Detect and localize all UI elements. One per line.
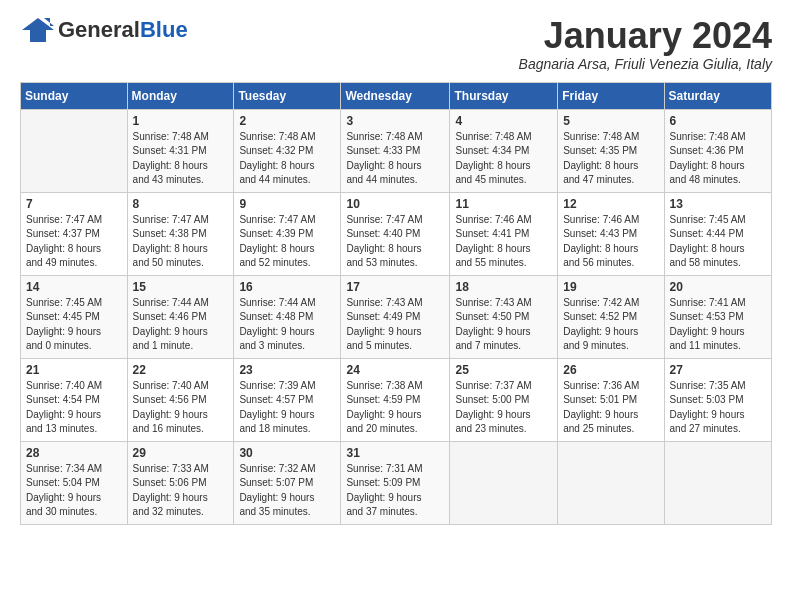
calendar-cell: 1Sunrise: 7:48 AM Sunset: 4:31 PM Daylig…: [127, 109, 234, 192]
day-number: 24: [346, 363, 444, 377]
calendar-cell: 27Sunrise: 7:35 AM Sunset: 5:03 PM Dayli…: [664, 358, 771, 441]
title-area: January 2024 Bagnaria Arsa, Friuli Venez…: [519, 16, 772, 72]
calendar-cell: [21, 109, 128, 192]
day-info: Sunrise: 7:44 AM Sunset: 4:46 PM Dayligh…: [133, 296, 229, 354]
calendar-cell: 31Sunrise: 7:31 AM Sunset: 5:09 PM Dayli…: [341, 441, 450, 524]
day-number: 15: [133, 280, 229, 294]
logo-wrapper: GeneralBlue: [20, 16, 188, 44]
day-info: Sunrise: 7:32 AM Sunset: 5:07 PM Dayligh…: [239, 462, 335, 520]
calendar-cell: 19Sunrise: 7:42 AM Sunset: 4:52 PM Dayli…: [558, 275, 664, 358]
logo-area: GeneralBlue: [20, 16, 188, 44]
header: GeneralBlue January 2024 Bagnaria Arsa, …: [20, 16, 772, 72]
calendar-cell: 10Sunrise: 7:47 AM Sunset: 4:40 PM Dayli…: [341, 192, 450, 275]
header-day-saturday: Saturday: [664, 82, 771, 109]
day-info: Sunrise: 7:47 AM Sunset: 4:39 PM Dayligh…: [239, 213, 335, 271]
day-info: Sunrise: 7:48 AM Sunset: 4:34 PM Dayligh…: [455, 130, 552, 188]
week-row-5: 28Sunrise: 7:34 AM Sunset: 5:04 PM Dayli…: [21, 441, 772, 524]
logo-icon: [20, 16, 54, 44]
calendar-cell: 26Sunrise: 7:36 AM Sunset: 5:01 PM Dayli…: [558, 358, 664, 441]
calendar-table: SundayMondayTuesdayWednesdayThursdayFrid…: [20, 82, 772, 525]
day-info: Sunrise: 7:47 AM Sunset: 4:38 PM Dayligh…: [133, 213, 229, 271]
calendar-header: SundayMondayTuesdayWednesdayThursdayFrid…: [21, 82, 772, 109]
calendar-cell: 28Sunrise: 7:34 AM Sunset: 5:04 PM Dayli…: [21, 441, 128, 524]
day-info: Sunrise: 7:43 AM Sunset: 4:49 PM Dayligh…: [346, 296, 444, 354]
day-info: Sunrise: 7:40 AM Sunset: 4:54 PM Dayligh…: [26, 379, 122, 437]
week-row-1: 1Sunrise: 7:48 AM Sunset: 4:31 PM Daylig…: [21, 109, 772, 192]
header-day-wednesday: Wednesday: [341, 82, 450, 109]
calendar-cell: [450, 441, 558, 524]
calendar-cell: 12Sunrise: 7:46 AM Sunset: 4:43 PM Dayli…: [558, 192, 664, 275]
day-info: Sunrise: 7:46 AM Sunset: 4:41 PM Dayligh…: [455, 213, 552, 271]
calendar-cell: 16Sunrise: 7:44 AM Sunset: 4:48 PM Dayli…: [234, 275, 341, 358]
day-number: 2: [239, 114, 335, 128]
day-info: Sunrise: 7:36 AM Sunset: 5:01 PM Dayligh…: [563, 379, 658, 437]
day-info: Sunrise: 7:46 AM Sunset: 4:43 PM Dayligh…: [563, 213, 658, 271]
day-number: 30: [239, 446, 335, 460]
calendar-cell: 14Sunrise: 7:45 AM Sunset: 4:45 PM Dayli…: [21, 275, 128, 358]
location-subtitle: Bagnaria Arsa, Friuli Venezia Giulia, It…: [519, 56, 772, 72]
day-info: Sunrise: 7:31 AM Sunset: 5:09 PM Dayligh…: [346, 462, 444, 520]
calendar-cell: 22Sunrise: 7:40 AM Sunset: 4:56 PM Dayli…: [127, 358, 234, 441]
day-info: Sunrise: 7:43 AM Sunset: 4:50 PM Dayligh…: [455, 296, 552, 354]
day-info: Sunrise: 7:33 AM Sunset: 5:06 PM Dayligh…: [133, 462, 229, 520]
month-title: January 2024: [519, 16, 772, 56]
calendar-cell: 3Sunrise: 7:48 AM Sunset: 4:33 PM Daylig…: [341, 109, 450, 192]
header-day-monday: Monday: [127, 82, 234, 109]
day-info: Sunrise: 7:37 AM Sunset: 5:00 PM Dayligh…: [455, 379, 552, 437]
day-number: 4: [455, 114, 552, 128]
day-number: 29: [133, 446, 229, 460]
calendar-cell: 18Sunrise: 7:43 AM Sunset: 4:50 PM Dayli…: [450, 275, 558, 358]
calendar-cell: [558, 441, 664, 524]
day-number: 14: [26, 280, 122, 294]
day-number: 10: [346, 197, 444, 211]
day-info: Sunrise: 7:41 AM Sunset: 4:53 PM Dayligh…: [670, 296, 766, 354]
day-number: 12: [563, 197, 658, 211]
day-number: 1: [133, 114, 229, 128]
day-number: 25: [455, 363, 552, 377]
day-info: Sunrise: 7:40 AM Sunset: 4:56 PM Dayligh…: [133, 379, 229, 437]
day-number: 16: [239, 280, 335, 294]
day-info: Sunrise: 7:35 AM Sunset: 5:03 PM Dayligh…: [670, 379, 766, 437]
day-number: 28: [26, 446, 122, 460]
calendar-cell: 17Sunrise: 7:43 AM Sunset: 4:49 PM Dayli…: [341, 275, 450, 358]
day-info: Sunrise: 7:48 AM Sunset: 4:32 PM Dayligh…: [239, 130, 335, 188]
calendar-cell: 20Sunrise: 7:41 AM Sunset: 4:53 PM Dayli…: [664, 275, 771, 358]
calendar-cell: 7Sunrise: 7:47 AM Sunset: 4:37 PM Daylig…: [21, 192, 128, 275]
day-info: Sunrise: 7:48 AM Sunset: 4:35 PM Dayligh…: [563, 130, 658, 188]
calendar-cell: 25Sunrise: 7:37 AM Sunset: 5:00 PM Dayli…: [450, 358, 558, 441]
day-number: 9: [239, 197, 335, 211]
day-info: Sunrise: 7:38 AM Sunset: 4:59 PM Dayligh…: [346, 379, 444, 437]
header-day-friday: Friday: [558, 82, 664, 109]
day-info: Sunrise: 7:48 AM Sunset: 4:33 PM Dayligh…: [346, 130, 444, 188]
day-number: 6: [670, 114, 766, 128]
day-info: Sunrise: 7:47 AM Sunset: 4:37 PM Dayligh…: [26, 213, 122, 271]
day-info: Sunrise: 7:44 AM Sunset: 4:48 PM Dayligh…: [239, 296, 335, 354]
day-number: 7: [26, 197, 122, 211]
day-number: 13: [670, 197, 766, 211]
logo-text: GeneralBlue: [58, 18, 188, 42]
week-row-4: 21Sunrise: 7:40 AM Sunset: 4:54 PM Dayli…: [21, 358, 772, 441]
calendar-cell: 9Sunrise: 7:47 AM Sunset: 4:39 PM Daylig…: [234, 192, 341, 275]
day-info: Sunrise: 7:45 AM Sunset: 4:45 PM Dayligh…: [26, 296, 122, 354]
calendar-cell: [664, 441, 771, 524]
calendar-cell: 15Sunrise: 7:44 AM Sunset: 4:46 PM Dayli…: [127, 275, 234, 358]
day-info: Sunrise: 7:47 AM Sunset: 4:40 PM Dayligh…: [346, 213, 444, 271]
calendar-cell: 8Sunrise: 7:47 AM Sunset: 4:38 PM Daylig…: [127, 192, 234, 275]
day-number: 8: [133, 197, 229, 211]
day-number: 27: [670, 363, 766, 377]
day-number: 18: [455, 280, 552, 294]
day-number: 5: [563, 114, 658, 128]
calendar-cell: 24Sunrise: 7:38 AM Sunset: 4:59 PM Dayli…: [341, 358, 450, 441]
header-day-thursday: Thursday: [450, 82, 558, 109]
calendar-cell: 29Sunrise: 7:33 AM Sunset: 5:06 PM Dayli…: [127, 441, 234, 524]
calendar-cell: 11Sunrise: 7:46 AM Sunset: 4:41 PM Dayli…: [450, 192, 558, 275]
day-info: Sunrise: 7:42 AM Sunset: 4:52 PM Dayligh…: [563, 296, 658, 354]
calendar-cell: 6Sunrise: 7:48 AM Sunset: 4:36 PM Daylig…: [664, 109, 771, 192]
header-day-tuesday: Tuesday: [234, 82, 341, 109]
week-row-2: 7Sunrise: 7:47 AM Sunset: 4:37 PM Daylig…: [21, 192, 772, 275]
calendar-cell: 21Sunrise: 7:40 AM Sunset: 4:54 PM Dayli…: [21, 358, 128, 441]
day-info: Sunrise: 7:45 AM Sunset: 4:44 PM Dayligh…: [670, 213, 766, 271]
day-number: 26: [563, 363, 658, 377]
day-number: 11: [455, 197, 552, 211]
day-number: 20: [670, 280, 766, 294]
